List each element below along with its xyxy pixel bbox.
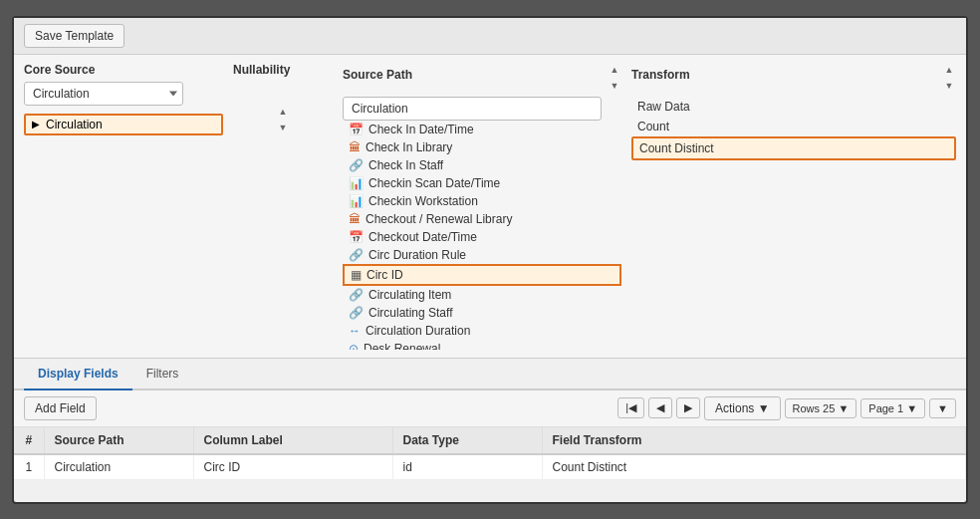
main-content: Core Source Circulation ▶ Circulation Nu… <box>14 55 966 502</box>
source-item-circ-duration-rule[interactable]: 🔗 Circ Duration Rule <box>343 246 621 264</box>
link4-icon: 🔗 <box>349 306 364 320</box>
source-list: 📅 Check In Date/Time 🏛 Check In Library … <box>343 121 621 350</box>
source-item-label: Circ ID <box>367 268 403 282</box>
tab-filters[interactable]: Filters <box>132 359 193 390</box>
source-item-label: Check In Library <box>366 140 452 154</box>
link-icon: 🔗 <box>349 158 364 172</box>
rows-button[interactable]: Rows 25 ▼ <box>785 398 858 418</box>
renewal-icon: ⊙ <box>349 342 359 350</box>
toolbar: Save Template <box>14 18 966 55</box>
source-item-label: Check In Date/Time <box>368 123 474 136</box>
transform-label: Transform <box>631 68 690 82</box>
source-item-label: Check In Staff <box>368 158 443 172</box>
source-path-scroll-up[interactable]: ▲ <box>608 63 621 77</box>
nullability-scroll-down[interactable]: ▼ <box>276 121 290 134</box>
page-button[interactable]: Page 1 ▼ <box>860 398 925 418</box>
source-item-label: Desk Renewal <box>364 342 440 350</box>
library-icon: 🏛 <box>349 140 361 154</box>
calendar-icon: 📅 <box>349 123 364 136</box>
transform-list: Raw Data Count Count Distinct <box>631 97 956 160</box>
transform-panel: Transform ▲ ▼ Raw Data Count Count Disti… <box>631 63 956 350</box>
transform-item-count[interactable]: Count <box>631 117 956 136</box>
table-row: 1 Circulation Circ ID id Count Distinct <box>14 454 966 480</box>
source-item-label: Checkout / Renewal Library <box>366 212 512 226</box>
id-icon: ▦ <box>351 268 362 282</box>
add-field-button[interactable]: Add Field <box>24 396 97 420</box>
tree-toggle-icon: ▶ <box>30 119 42 130</box>
circulation-tree: ▶ Circulation <box>24 114 223 135</box>
link3-icon: 🔗 <box>349 288 364 302</box>
source-item-label: Circulating Item <box>368 288 451 302</box>
save-template-button[interactable]: Save Template <box>24 24 124 48</box>
source-item-label: Circulation Duration <box>366 324 470 338</box>
col-header-transform[interactable]: Field Transform <box>542 427 966 454</box>
source-item-checkout-date[interactable]: 📅 Checkout Date/Time <box>343 228 621 246</box>
source-item-circ-id[interactable]: ▦ Circ ID <box>343 264 621 286</box>
next-page-button[interactable]: ▶ <box>676 397 700 418</box>
cell-num: 1 <box>14 454 44 480</box>
source-item-label: Circulating Staff <box>368 306 453 320</box>
nullability-scroll-up[interactable]: ▲ <box>276 105 290 119</box>
cell-source: Circulation <box>44 454 193 480</box>
source-item-label: Circ Duration Rule <box>368 248 466 262</box>
bottom-section: Display Fields Filters Add Field |◀ ◀ ▶ … <box>14 359 966 502</box>
source-item-label: Checkin Scan Date/Time <box>368 176 500 190</box>
col-header-label[interactable]: Column Label <box>193 427 392 454</box>
source-path-label: Source Path <box>343 68 412 82</box>
tabs-bar: Display Fields Filters <box>14 359 966 390</box>
source-item-checkin-staff[interactable]: 🔗 Check In Staff <box>343 156 621 174</box>
source-item-checkout-renewal-library[interactable]: 🏛 Checkout / Renewal Library <box>343 210 621 228</box>
workstation-icon: 📊 <box>349 194 364 208</box>
table-controls: Add Field |◀ ◀ ▶ Actions ▼ Rows 25 ▼ Pag… <box>14 390 966 427</box>
transform-scroll-up[interactable]: ▲ <box>942 63 956 77</box>
expand-button[interactable]: ▼ <box>929 398 956 418</box>
core-source-select-wrapper: Circulation <box>24 82 183 106</box>
col-header-source[interactable]: Source Path <box>44 427 193 454</box>
first-page-button[interactable]: |◀ <box>617 397 644 418</box>
barcode-icon: 📊 <box>349 176 364 190</box>
col-header-num: # <box>14 427 44 454</box>
source-path-scroll-down[interactable]: ▼ <box>608 79 621 93</box>
main-window: Save Template Core Source Circulation ▶ … <box>12 16 968 504</box>
actions-button[interactable]: Actions ▼ <box>704 396 781 420</box>
source-item-label: Checkout Date/Time <box>368 230 477 244</box>
source-item-circulating-staff[interactable]: 🔗 Circulating Staff <box>343 304 621 322</box>
cell-label: Circ ID <box>193 454 392 480</box>
arrow-icon: ↔ <box>349 324 361 338</box>
results-table: # Source Path Column Label Data Type Fie… <box>14 427 966 480</box>
source-item-checkin-scan[interactable]: 📊 Checkin Scan Date/Time <box>343 174 621 192</box>
source-path-input[interactable] <box>343 97 602 121</box>
tree-node-circulation[interactable]: ▶ Circulation <box>24 114 223 135</box>
nullability-scroll: ▲ ▼ <box>233 105 333 134</box>
calendar2-icon: 📅 <box>349 230 364 244</box>
tab-display-fields[interactable]: Display Fields <box>24 359 132 390</box>
data-table: # Source Path Column Label Data Type Fie… <box>14 427 966 502</box>
core-source-select[interactable]: Circulation <box>24 82 183 106</box>
nullability-label: Nullability <box>233 63 333 77</box>
source-item-circulating-item[interactable]: 🔗 Circulating Item <box>343 286 621 304</box>
source-item-circulation-duration[interactable]: ↔ Circulation Duration <box>343 322 621 340</box>
transform-item-count-distinct[interactable]: Count Distinct <box>631 136 956 160</box>
transform-scroll-down[interactable]: ▼ <box>942 79 956 93</box>
source-item-checkin-date[interactable]: 📅 Check In Date/Time <box>343 121 621 138</box>
source-path-panel: Source Path ▲ ▼ 📅 Check In Date/Time 🏛 C… <box>343 63 621 350</box>
prev-page-button[interactable]: ◀ <box>648 397 672 418</box>
source-item-label: Checkin Workstation <box>368 194 478 208</box>
source-item-checkin-library[interactable]: 🏛 Check In Library <box>343 138 621 156</box>
library2-icon: 🏛 <box>349 212 361 226</box>
cell-transform: Count Distinct <box>542 454 966 480</box>
pagination-controls: |◀ ◀ ▶ Actions ▼ Rows 25 ▼ Page 1 ▼ ▼ <box>617 396 956 420</box>
tree-node-label: Circulation <box>46 118 103 131</box>
col-header-type[interactable]: Data Type <box>392 427 542 454</box>
core-source-panel: Core Source Circulation ▶ Circulation <box>24 63 223 350</box>
transform-item-raw[interactable]: Raw Data <box>631 97 956 117</box>
core-source-label: Core Source <box>24 63 223 77</box>
top-section: Core Source Circulation ▶ Circulation Nu… <box>14 55 966 359</box>
source-item-desk-renewal[interactable]: ⊙ Desk Renewal <box>343 340 621 350</box>
source-item-checkin-workstation[interactable]: 📊 Checkin Workstation <box>343 192 621 210</box>
cell-type: id <box>392 454 542 480</box>
link2-icon: 🔗 <box>349 248 364 262</box>
nullability-panel: Nullability ▲ ▼ <box>233 63 333 350</box>
